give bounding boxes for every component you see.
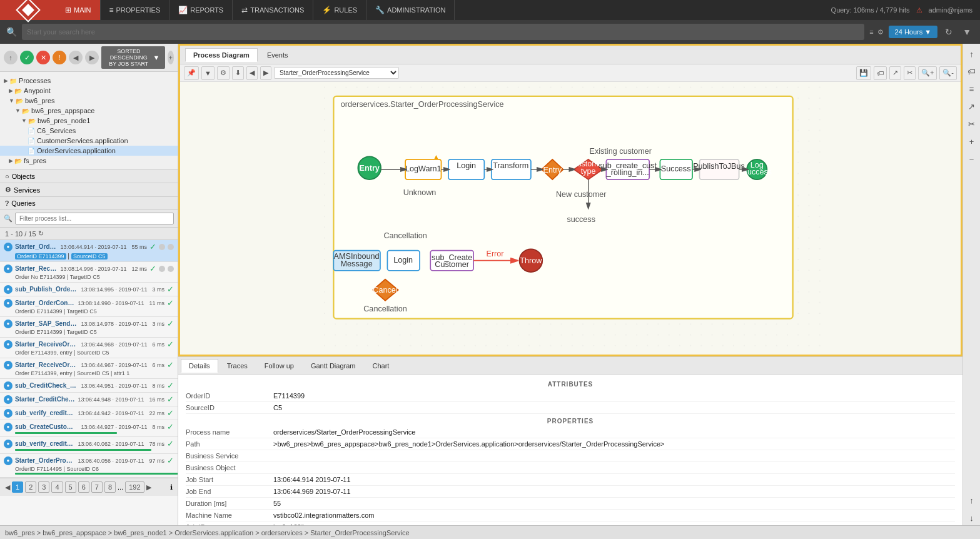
nav-item-rules[interactable]: ⚡ RULES xyxy=(313,0,366,20)
left-panel-nav-buttons: ↑ ✓ ✕ ! ◀ ▶ xyxy=(4,51,99,64)
nav-section-objects[interactable]: ○ Objects xyxy=(0,170,178,183)
nav-item-administration[interactable]: 🔧 ADMINISTRATION xyxy=(366,0,455,20)
logo[interactable] xyxy=(0,0,56,20)
tree-item-appspace[interactable]: ▼ 📂 bw6_pres_appspace xyxy=(0,106,178,116)
nav-expand-button[interactable]: + xyxy=(168,51,174,64)
process-meta-12: OrderID F7114495 | SourceID C6 xyxy=(4,466,174,472)
right-icon-bottom-up[interactable]: ↑ xyxy=(964,493,979,508)
tree-item-customerservices[interactable]: 📄 CustomerServices.application xyxy=(0,136,178,146)
settings-dropdown-button[interactable]: ▼ xyxy=(960,26,974,38)
diagram-tag-button[interactable]: 🏷 xyxy=(874,66,887,80)
nav-right-button[interactable]: ▶ xyxy=(85,51,99,64)
right-icon-up[interactable]: ↑ xyxy=(964,46,979,61)
list-item[interactable]: ● sub_verify_creditworthiness_of_custo 1… xyxy=(0,437,178,454)
nav-warn-button[interactable]: ! xyxy=(53,51,66,64)
nav-check-button[interactable]: ✓ xyxy=(20,51,34,64)
tab-events[interactable]: Events xyxy=(259,48,296,62)
filter-input[interactable] xyxy=(15,213,174,224)
tree-item-c6services[interactable]: 📄 C6_Services xyxy=(0,126,178,136)
nav-item-main[interactable]: ⊞ MAIN xyxy=(56,0,101,20)
right-icon-cut[interactable]: ✂ xyxy=(964,116,979,131)
page-next-button[interactable]: ▶ xyxy=(146,483,151,491)
right-icon-zoomin[interactable]: + xyxy=(964,134,979,149)
right-icon-tag[interactable]: 🏷 xyxy=(964,64,979,79)
search-settings-icon[interactable]: ⚙ xyxy=(877,28,884,36)
list-item[interactable]: ● Starter_ReceiveOrderConfirmation_C 13:… xyxy=(0,262,178,283)
tab-chart[interactable]: Chart xyxy=(364,359,397,373)
time-dropdown-icon: ▼ xyxy=(924,28,931,36)
nav-label-reports: REPORTS xyxy=(190,6,223,14)
diagram-pin-button[interactable]: 📌 xyxy=(184,66,199,80)
list-item[interactable]: ● sub_Publish_OrderConfirmation 13:08:14… xyxy=(0,283,178,296)
service-selector[interactable]: Starter_OrderProcessingService xyxy=(274,67,399,79)
tab-follow-up[interactable]: Follow up xyxy=(256,359,302,373)
nav-item-reports[interactable]: 📈 REPORTS xyxy=(169,0,233,20)
tree-item-bw6pres[interactable]: ▼ 📂 bw6_pres xyxy=(0,96,178,106)
tab-traces[interactable]: Traces xyxy=(219,359,256,373)
expand-arrow-processes: ▶ xyxy=(4,78,8,84)
tab-gantt-diagram[interactable]: Gantt Diagram xyxy=(303,359,364,373)
diagram-export-button[interactable]: ↗ xyxy=(889,66,901,80)
list-item[interactable]: ● Starter_SAP_SendOrderConfirmation 13:0… xyxy=(0,317,178,338)
list-item[interactable]: ● Starter_OrderProcessingService 13:06:4… xyxy=(0,454,178,478)
tree-item-processes[interactable]: ▶ 📁 Processes xyxy=(0,76,178,86)
page-7-button[interactable]: 7 xyxy=(91,481,103,493)
page-2-button[interactable]: 2 xyxy=(25,481,36,493)
page-4-button[interactable]: 4 xyxy=(51,481,63,493)
process-time-9: 13:06:44.942 · 2019-07-11 xyxy=(78,410,144,416)
diagram-nav-left-button[interactable]: ◀ xyxy=(246,66,258,80)
diagram-nav-down-button[interactable]: ⬇ xyxy=(232,66,244,80)
list-item[interactable]: ● sub_CreateCustomer_Salesforce 13:06:44… xyxy=(0,420,178,437)
process-name-8: Starter_CreditCheckService xyxy=(15,396,75,403)
page-6-button[interactable]: 6 xyxy=(78,481,89,493)
sort-button[interactable]: SORTED DESCENDING BY JOB START ▼ xyxy=(101,46,165,69)
alert-icon[interactable]: ⚠ xyxy=(916,6,922,14)
diagram-zoom-in-button[interactable]: 🔍+ xyxy=(918,66,937,80)
right-icon-export[interactable]: ↗ xyxy=(964,99,979,114)
list-item[interactable]: ● sub_verify_creditworthiness_of_cust 13… xyxy=(0,406,178,420)
nav-item-transactions[interactable]: ⇄ TRANSACTIONS xyxy=(233,0,313,20)
list-item[interactable]: ● Starter_OrderConfirmationService 13:08… xyxy=(0,296,178,317)
diagram-zoom-out-button[interactable]: 🔍- xyxy=(939,66,957,80)
right-icon-bottom-down[interactable]: ↓ xyxy=(964,510,979,525)
right-icon-filter[interactable]: ≡ xyxy=(964,81,979,96)
page-3-button[interactable]: 3 xyxy=(38,481,49,493)
diagram-collapse-button[interactable]: ▼ xyxy=(201,66,215,80)
tree-item-anypoint[interactable]: ▶ 📂 Anypoint xyxy=(0,86,178,96)
tree-item-fspres[interactable]: ▶ 📂 fs_pres xyxy=(0,156,178,166)
list-item[interactable]: ● sub_CreditCheck_Salesforce 13:06:44.95… xyxy=(0,379,178,393)
list-item[interactable]: ● Starter_CreditCheckService 13:06:44.94… xyxy=(0,393,178,406)
search-filter-icon[interactable]: ≡ xyxy=(869,28,873,36)
svg-text:Cancellation: Cancellation xyxy=(363,305,407,313)
nav-up-button[interactable]: ↑ xyxy=(4,51,18,64)
nav-x-button[interactable]: ✕ xyxy=(36,51,50,64)
tree-item-orderservices[interactable]: 📄 OrderServices.application xyxy=(0,146,178,156)
node1-icon: 📂 xyxy=(28,118,36,124)
refresh-button[interactable]: ↻ xyxy=(942,26,955,38)
search-input[interactable] xyxy=(22,24,864,40)
page-1-button[interactable]: 1 xyxy=(12,481,23,493)
list-item[interactable]: ● Starter_ReceiveOrder_DWH 13:06:44.967 … xyxy=(0,358,178,379)
page-5-button[interactable]: 5 xyxy=(65,481,76,493)
tab-details[interactable]: Details xyxy=(181,359,218,373)
time-range-button[interactable]: 24 Hours ▼ xyxy=(889,26,938,38)
prop-row-path: Path >bw6_pres>bw6_pres_appspace>bw6_pre… xyxy=(186,438,955,450)
diagram-save-button[interactable]: 💾 xyxy=(856,66,871,80)
right-icon-zoomout[interactable]: − xyxy=(964,151,979,166)
nav-section-queries[interactable]: ? Queries xyxy=(0,197,178,210)
nav-section-services[interactable]: ⚙ Services xyxy=(0,183,178,197)
page-prev-button[interactable]: ◀ xyxy=(5,483,10,491)
nav-left-button[interactable]: ◀ xyxy=(69,51,83,64)
tree-item-node1[interactable]: ▼ 📂 bw6_pres_node1 xyxy=(0,116,178,126)
list-item[interactable]: ● Starter_OrderProcessingService 13:06:4… xyxy=(0,240,178,262)
pagination-refresh-icon[interactable]: ↻ xyxy=(38,229,44,238)
page-last-button[interactable]: 192 xyxy=(125,481,144,493)
process-meta-0: OrderID E7114399 | SourceID C5 xyxy=(4,252,174,259)
list-item[interactable]: ● Starter_ReceiveOrder_SAP 13:06:44.968 … xyxy=(0,338,178,358)
tab-process-diagram[interactable]: Process Diagram xyxy=(185,48,258,62)
diagram-cut-button[interactable]: ✂ xyxy=(904,66,916,80)
page-8-button[interactable]: 8 xyxy=(104,481,116,493)
diagram-nav-right-button[interactable]: ▶ xyxy=(260,66,271,80)
diagram-settings-button[interactable]: ⚙ xyxy=(217,66,230,80)
nav-item-properties[interactable]: ≡ PROPERTIES xyxy=(101,0,170,20)
